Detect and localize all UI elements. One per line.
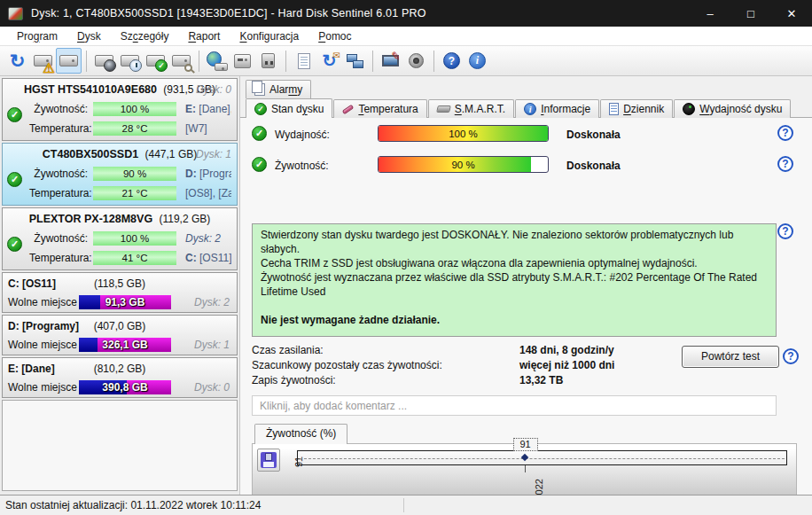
last-update-status: Stan ostatniej aktualizacji: 01.11.2022 … <box>5 499 261 511</box>
close-button[interactable]: ✕ <box>771 0 812 27</box>
retest-button[interactable]: Powtórz test <box>682 346 779 368</box>
lifetime-writes-label: Zapis żywotności: <box>252 374 336 386</box>
comment-input[interactable] <box>252 395 777 416</box>
disk-properties-icon[interactable] <box>56 48 82 74</box>
globe-disk-icon[interactable] <box>204 48 230 74</box>
free-space-label: Wolne miejsce <box>8 296 79 308</box>
info-icon[interactable]: i <box>465 48 490 74</box>
menu-konfiguracja[interactable]: Konfiguracja <box>230 27 308 45</box>
temperature-row: Temperatura: 28 °C [W7] <box>8 119 231 138</box>
disk-title: HGST HTS541010A9E680 (931,5 GB) Dysk: 0 <box>8 82 231 99</box>
minimize-button[interactable]: – <box>690 0 730 27</box>
partition-item-e[interactable]: E: [Dane] (810,2 GB) Wolne miejsce 390,8… <box>2 357 238 398</box>
sidebar-empty-panel <box>2 400 238 491</box>
description-help-icon[interactable]: ? <box>777 223 793 239</box>
free-space-row: Wolne miejsce 91,3 GB Dysk: 2 <box>8 293 231 311</box>
temperature-label: Temperatura: <box>29 187 93 199</box>
partition-name: C: [OS11] <box>8 276 56 292</box>
tab-stan-dysku[interactable]: ✓ Stan dysku <box>246 98 332 118</box>
gauge-icon <box>683 103 695 115</box>
help-icon[interactable]: ? <box>439 48 465 74</box>
tab-alarmy[interactable]: Alarmy <box>246 80 311 98</box>
tab-wydajnosc-dysku[interactable]: Wydajność dysku <box>674 99 791 118</box>
disk-item-ct480-selected[interactable]: CT480BX500SSD1 (447,1 GB) Dysk: 1 ✓ Żywo… <box>2 143 238 206</box>
pencil-glyph: ✎ <box>390 49 402 63</box>
main-panel: Alarmy ✓ Stan dysku Temperatura S.M.A.R.… <box>239 76 812 495</box>
disk-connector-icon[interactable] <box>255 48 281 74</box>
remaining-lifetime-label: Szacunkowy pozostały czas żywotności: <box>252 359 442 371</box>
toolbar-separator <box>433 51 434 72</box>
value-gridline <box>300 458 785 459</box>
partition-item-c[interactable]: C: [OS11] (118,5 GB) Wolne miejsce 91,3 … <box>2 272 238 313</box>
disk-number-label: Dysk: 0 <box>173 381 231 394</box>
smart-icon <box>436 105 451 113</box>
monitor-glyph <box>353 60 363 68</box>
temperature-label: Temperatura: <box>29 252 93 264</box>
disk-gauge-icon[interactable] <box>91 48 117 74</box>
disk-check-icon[interactable]: ✓ <box>143 48 168 74</box>
disk-tray-icon[interactable] <box>230 48 255 74</box>
disk-name: CT480BX500SSD1 <box>43 148 138 160</box>
disk-clock-icon[interactable] <box>117 48 143 74</box>
tab-label: Informacje <box>541 103 590 115</box>
menu-raport[interactable]: Raport <box>178 27 230 45</box>
partition-name: D: [Programy] <box>8 318 79 334</box>
tab-label: Temperatura <box>358 103 418 115</box>
health-bar: 100 % <box>93 102 176 116</box>
tab-label: S.M.A.R.T. <box>455 103 505 115</box>
report-icon[interactable] <box>291 48 316 74</box>
menu-dysk[interactable]: Dysk <box>67 27 111 45</box>
health-row: Żywotność: 100 % E: [Dane], <box>8 99 231 119</box>
save-chart-button[interactable] <box>257 449 280 472</box>
action-note: Nie jest wymagane żadne działanie. <box>261 313 768 327</box>
tab-dziennik[interactable]: Dziennik <box>600 99 673 118</box>
free-space-bar: 91,3 GB <box>79 295 171 309</box>
menu-bar: Program Dysk Szczegóły Raport Konfigurac… <box>0 27 812 46</box>
tab-label: Stan dysku <box>271 103 324 115</box>
health-ok-icon: ✓ <box>7 237 22 252</box>
retest-help-icon[interactable]: ? <box>783 348 799 364</box>
refresh-icon[interactable]: ↻ <box>4 48 30 74</box>
tab-temperatura[interactable]: Temperatura <box>333 99 426 118</box>
chart-tab-zywotnosc[interactable]: Żywotność (%) <box>254 424 347 444</box>
maximize-button[interactable]: □ <box>730 0 771 27</box>
tab-smart[interactable]: S.M.A.R.T. <box>428 99 514 118</box>
document-icon <box>609 103 619 115</box>
window-controls: – □ ✕ <box>690 0 812 27</box>
disk-warning-icon[interactable]: ⚠ <box>30 48 56 74</box>
health-ok-icon: ✓ <box>7 107 22 122</box>
health-help-icon[interactable]: ? <box>777 156 793 172</box>
health-bar: 100 % <box>93 231 176 246</box>
tab-informacje[interactable]: i Informacje <box>515 99 599 118</box>
performance-label: Wydajność: <box>275 129 330 141</box>
disk-number-label: Dysk: 1 <box>196 146 231 162</box>
menu-pomoc[interactable]: Pomoc <box>308 27 361 45</box>
disk-search-icon[interactable] <box>168 48 194 74</box>
status-description: Stwierdzony stan dysku twardego jest DOS… <box>252 223 777 337</box>
temperature-row: Temperatura: 21 °C [OS8], [Zas <box>8 183 231 203</box>
speaker-icon[interactable] <box>403 48 429 74</box>
disk-item-hgst[interactable]: HGST HTS541010A9E680 (931,5 GB) Dysk: 0 … <box>2 78 238 141</box>
pages-icon <box>254 83 265 96</box>
health-ok-icon: ✓ <box>7 172 22 187</box>
monitor-edit-icon[interactable]: ✎ <box>378 48 403 74</box>
health-value: 90 % <box>379 157 548 172</box>
tray-glyph <box>234 54 251 68</box>
partition-size: (810,2 GB) <box>94 361 146 377</box>
performance-rating: Doskonała <box>566 129 621 141</box>
drive-name: [Program <box>197 168 231 180</box>
disk-item-plextor[interactable]: PLEXTOR PX-128M8VG (119,2 GB) ✓ Żywotnoś… <box>2 207 238 270</box>
performance-help-icon[interactable]: ? <box>777 125 793 141</box>
statusbar-separator <box>403 498 404 512</box>
toolbar-separator <box>372 51 373 72</box>
network-icon[interactable] <box>342 48 368 74</box>
disk-sidebar: HGST HTS541010A9E680 (931,5 GB) Dysk: 0 … <box>0 76 239 495</box>
mail-refresh-icon[interactable]: ↻✉ <box>316 48 342 74</box>
floppy-icon <box>261 452 277 468</box>
power-on-time-label: Czas zasilania: <box>252 344 324 356</box>
refresh-glyph: ↻ <box>10 51 26 70</box>
partition-item-d[interactable]: D: [Programy] (407,0 GB) Wolne miejsce 3… <box>2 315 238 355</box>
menu-program[interactable]: Program <box>7 27 67 45</box>
health-label: Żywotność: <box>275 160 329 172</box>
menu-szczegoly[interactable]: Szczegóły <box>111 27 179 45</box>
